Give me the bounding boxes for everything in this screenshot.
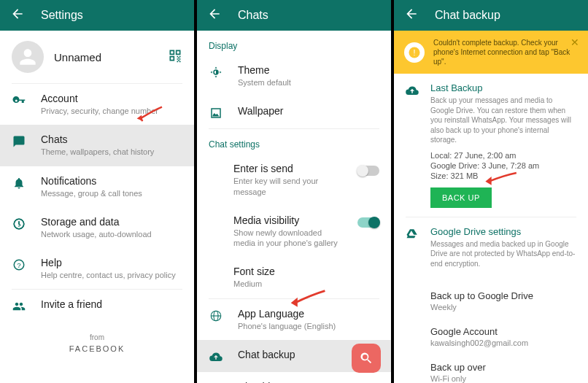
svg-text:!: ! [414,47,416,56]
globe-icon [209,309,223,322]
settings-item-notifications[interactable]: NotificationsMessage, group & call tones [0,166,194,207]
settings-item-chats[interactable]: ChatsTheme, wallpapers, chat history [0,125,194,166]
section-display: Display [197,31,391,55]
settings-item-account[interactable]: AccountPrivacy, security, change number [0,84,194,125]
settings-item-help[interactable]: ? HelpHelp centre, contact us, privacy p… [0,248,194,289]
backup-screen: Chat backup ! Couldn't complete backup. … [394,0,588,383]
float-search-button[interactable] [352,344,381,373]
app-header: Chats [197,0,391,31]
settings-item-storage[interactable]: Storage and dataNetwork usage, auto-down… [0,207,194,248]
cloud-upload-icon [209,350,223,363]
toggle-media[interactable] [357,217,379,228]
cloud-upload-icon [406,84,419,100]
chats-item-history[interactable]: Chat history [197,372,391,383]
avatar [12,41,44,73]
app-header: Settings [0,0,194,31]
wallpaper-icon [209,107,223,120]
profile-row[interactable]: Unnamed [0,31,194,83]
chats-item-theme[interactable]: ThemeSystem default [197,55,391,96]
drive-icon [406,228,419,244]
facebook-label: FACEBOOK [0,344,194,353]
storage-icon [12,217,26,231]
backup-button[interactable]: BACK UP [430,187,492,208]
warning-icon: ! [404,42,425,63]
page-title: Settings [41,9,83,22]
chats-item-media[interactable]: Media visibilityShow newly downloaded me… [197,206,391,258]
back-icon[interactable] [207,7,222,24]
theme-icon [209,66,223,79]
last-backup-section: Last Backup Back up your messages and me… [394,74,588,217]
page-title: Chat backup [435,9,500,22]
warning-banner: ! Couldn't complete backup. Check your p… [394,31,588,74]
toggle-enter[interactable] [357,166,379,176]
from-label: from [0,333,194,341]
people-icon [12,300,26,313]
qr-icon[interactable] [168,48,182,66]
back-icon[interactable] [10,7,25,24]
chat-icon [12,135,26,148]
settings-item-invite[interactable]: Invite a friend [0,290,194,322]
chats-item-enter[interactable]: Enter is sendEnter key will send your me… [197,154,391,206]
app-header: Chat backup [394,0,588,31]
help-icon: ? [12,258,26,271]
backup-frequency[interactable]: Back up to Google Drive Weekly [394,283,588,319]
chats-item-font[interactable]: Font sizeMedium [197,257,391,298]
bell-icon [12,177,26,190]
backup-over[interactable]: Back up over Wi-Fi only [394,355,588,383]
section-chat-settings: Chat settings [197,129,391,154]
chats-item-language[interactable]: App LanguagePhone's language (English) [197,299,391,340]
svg-text:?: ? [17,261,21,269]
chats-screen: Chats Display ThemeSystem default Wallpa… [197,0,391,383]
profile-name: Unnamed [54,51,158,63]
back-icon[interactable] [404,7,419,24]
key-icon [12,94,26,107]
chats-item-wallpaper[interactable]: Wallpaper [197,96,391,128]
google-drive-section: Google Drive settings Messages and media… [394,217,588,284]
settings-screen: Settings Unnamed AccountPrivacy, securit… [0,0,194,383]
close-icon[interactable]: ✕ [570,36,579,48]
page-title: Chats [238,9,268,22]
google-account[interactable]: Google Account kawalsingh002@gmail.com [394,319,588,355]
